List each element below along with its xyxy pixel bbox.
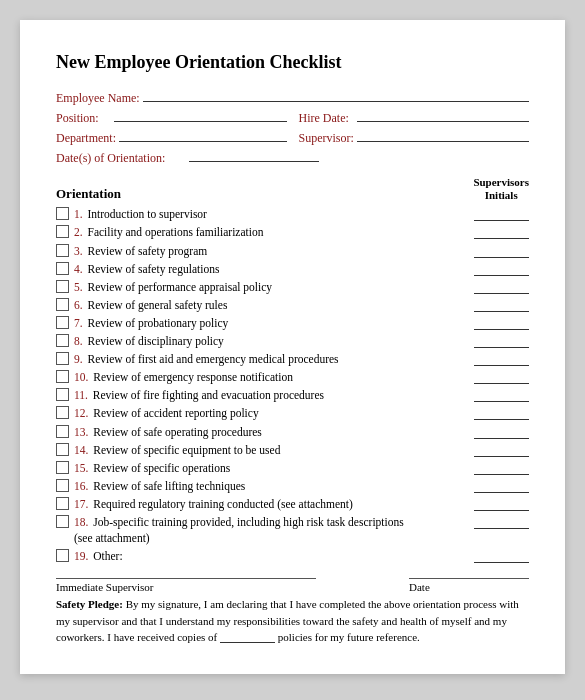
department-field[interactable]	[119, 129, 287, 142]
position-field[interactable]	[114, 109, 287, 122]
item-number: 7.	[74, 317, 86, 329]
initials-line[interactable]	[474, 462, 529, 475]
checklist-item: 11. Review of fire fighting and evacuati…	[56, 387, 529, 403]
supervisor-label: Supervisor:	[299, 131, 354, 146]
item-number: 9.	[74, 353, 86, 365]
item-number: 12.	[74, 407, 91, 419]
supervisor-half: Supervisor:	[299, 129, 530, 146]
safety-pledge: Safety Pledge: By my signature, I am dec…	[56, 596, 529, 646]
item-number: 18.	[74, 516, 91, 528]
item-number: 10.	[74, 371, 91, 383]
checklist-items: 1. Introduction to supervisor2. Facility…	[56, 206, 529, 564]
item-number: 4.	[74, 263, 86, 275]
initials-line[interactable]	[474, 498, 529, 511]
checklist-item: 13. Review of safe operating procedures	[56, 424, 529, 440]
employee-name-field[interactable]	[143, 89, 529, 102]
initials-line[interactable]	[474, 263, 529, 276]
initials-line[interactable]	[474, 444, 529, 457]
checklist-item: 1. Introduction to supervisor	[56, 206, 529, 222]
checklist-header: Orientation SupervisorsInitials	[56, 176, 529, 202]
initials-line[interactable]	[474, 371, 529, 384]
hire-date-half: Hire Date:	[299, 109, 530, 126]
checklist-checkbox[interactable]	[56, 515, 69, 528]
hire-date-label: Hire Date:	[299, 111, 354, 126]
checklist-item-text: 2. Facility and operations familiarizati…	[74, 224, 466, 240]
initials-line[interactable]	[474, 317, 529, 330]
page: New Employee Orientation Checklist Emplo…	[20, 20, 565, 674]
department-label: Department:	[56, 131, 116, 146]
checklist-item: 19. Other:	[56, 548, 529, 564]
checklist-item-text: 12. Review of accident reporting policy	[74, 405, 466, 421]
checklist-checkbox[interactable]	[56, 298, 69, 311]
checklist-checkbox[interactable]	[56, 280, 69, 293]
initials-line[interactable]	[474, 208, 529, 221]
checklist-item: 12. Review of accident reporting policy	[56, 405, 529, 421]
item-number: 16.	[74, 480, 91, 492]
initials-line[interactable]	[474, 281, 529, 294]
checklist-checkbox[interactable]	[56, 262, 69, 275]
checklist-item-text: 4. Review of safety regulations	[74, 261, 466, 277]
initials-line[interactable]	[474, 245, 529, 258]
checklist-checkbox[interactable]	[56, 244, 69, 257]
initials-line[interactable]	[474, 299, 529, 312]
position-label: Position:	[56, 111, 111, 126]
item-number: 17.	[74, 498, 91, 510]
checklist-checkbox[interactable]	[56, 370, 69, 383]
item-number: 11.	[74, 389, 91, 401]
form-fields: Employee Name: Position: Hire Date: Depa…	[56, 89, 529, 166]
item-number: 15.	[74, 462, 91, 474]
hire-date-field[interactable]	[357, 109, 530, 122]
checklist-checkbox[interactable]	[56, 388, 69, 401]
initials-line[interactable]	[474, 550, 529, 563]
safety-pledge-label: Safety Pledge:	[56, 598, 123, 610]
checklist-item: 18. Job-specific training provided, incl…	[56, 514, 529, 546]
initials-line[interactable]	[474, 389, 529, 402]
checklist-item: 4. Review of safety regulations	[56, 261, 529, 277]
item-number: 8.	[74, 335, 86, 347]
checklist-checkbox[interactable]	[56, 406, 69, 419]
checklist-item-text: 16. Review of safe lifting techniques	[74, 478, 466, 494]
employee-name-label: Employee Name:	[56, 91, 140, 106]
initials-line[interactable]	[474, 426, 529, 439]
date-label: Date	[409, 581, 430, 593]
checklist-checkbox[interactable]	[56, 461, 69, 474]
initials-line[interactable]	[474, 407, 529, 420]
immediate-supervisor-sig: Immediate Supervisor	[56, 578, 316, 593]
supervisor-field[interactable]	[357, 129, 529, 142]
date-sig: Date	[409, 578, 529, 593]
checklist-item-text: 17. Required regulatory training conduct…	[74, 496, 466, 512]
initials-line[interactable]	[474, 335, 529, 348]
checklist-item: 3. Review of safety program	[56, 243, 529, 259]
checklist-checkbox[interactable]	[56, 352, 69, 365]
checklist-checkbox[interactable]	[56, 316, 69, 329]
dates-field[interactable]	[189, 149, 319, 162]
checklist-item-text: 18. Job-specific training provided, incl…	[74, 514, 466, 546]
checklist-item: 8. Review of disciplinary policy	[56, 333, 529, 349]
safety-pledge-text2: policies for my future reference.	[278, 631, 420, 643]
checklist-item: 17. Required regulatory training conduct…	[56, 496, 529, 512]
checklist-checkbox[interactable]	[56, 443, 69, 456]
item-number: 2.	[74, 226, 86, 238]
checklist-item-text: 5. Review of performance appraisal polic…	[74, 279, 466, 295]
item-number: 19.	[74, 550, 91, 562]
checklist-checkbox[interactable]	[56, 207, 69, 220]
initials-line[interactable]	[474, 516, 529, 529]
dates-row: Date(s) of Orientation:	[56, 149, 529, 166]
checklist-item: 15. Review of specific operations	[56, 460, 529, 476]
dept-supervisor-row: Department: Supervisor:	[56, 129, 529, 146]
checklist-item: 6. Review of general safety rules	[56, 297, 529, 313]
checklist-checkbox[interactable]	[56, 497, 69, 510]
checklist-checkbox[interactable]	[56, 479, 69, 492]
initials-line[interactable]	[474, 480, 529, 493]
checklist-checkbox[interactable]	[56, 225, 69, 238]
initials-line[interactable]	[474, 226, 529, 239]
item-number: 14.	[74, 444, 91, 456]
checklist-checkbox[interactable]	[56, 425, 69, 438]
checklist-item-text: 8. Review of disciplinary policy	[74, 333, 466, 349]
checklist-item: 14. Review of specific equipment to be u…	[56, 442, 529, 458]
checklist-item: 2. Facility and operations familiarizati…	[56, 224, 529, 240]
checklist-item: 7. Review of probationary policy	[56, 315, 529, 331]
checklist-checkbox[interactable]	[56, 334, 69, 347]
initials-line[interactable]	[474, 353, 529, 366]
checklist-checkbox[interactable]	[56, 549, 69, 562]
